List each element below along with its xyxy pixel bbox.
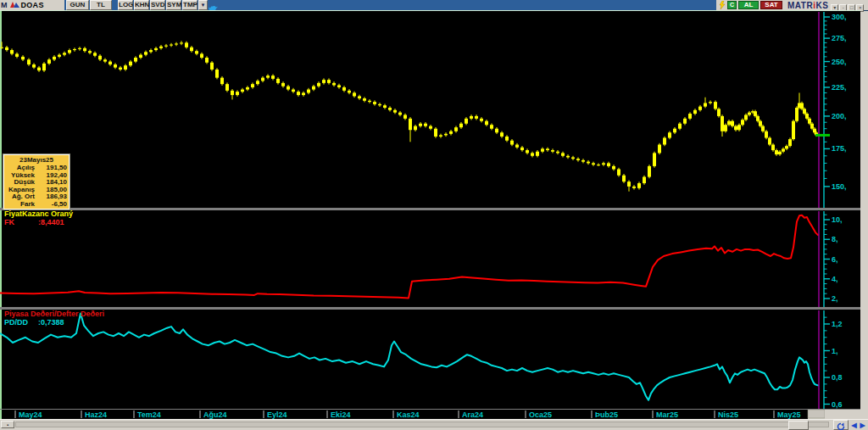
chart-canvas[interactable]: 300,275,250,225,200,175,150,10,8,6,4,2,1… [0, 10, 860, 419]
symbol-label[interactable]: DOAS [21, 1, 44, 10]
fk-panel-header: FiyatKazanc Oraný FK:8,4401 [4, 209, 73, 226]
menu-m-button[interactable]: M [0, 1, 8, 10]
y-axis-label: 275, [832, 34, 847, 42]
toolbar-toggle-sym[interactable]: SYM [166, 0, 181, 10]
y-axis-label: 0,6 [832, 400, 843, 409]
c-button[interactable]: C [727, 1, 737, 9]
pd-panel-title: Piyasa Deðeri/Defter Deðeri [4, 310, 104, 318]
y-axis-label: 2, [832, 294, 838, 303]
currency-button[interactable]: TL [90, 0, 112, 10]
horizontal-scrollbar: ▪ ◀ ▶ [0, 419, 868, 430]
scrollbar-left-button[interactable]: ▪ [1, 421, 14, 428]
info-box-rows: Açılış191,50Yüksek192,40Düşük184,10Kapan… [6, 165, 67, 208]
y-axis-label: 150, [832, 182, 847, 191]
refresh-button[interactable] [833, 420, 849, 430]
panel-separator[interactable] [0, 208, 860, 210]
y-axis-label: 10, [832, 215, 843, 224]
y-axis-label: 175, [832, 144, 847, 153]
pd-series-value: :0,7388 [38, 318, 64, 327]
x-axis-month-label: Tem24 [137, 410, 161, 419]
y-axis-label: 8, [832, 235, 838, 243]
info-box-date: 23Mayıs25 [6, 156, 67, 164]
y-axis-label: 0,8 [832, 373, 843, 382]
symbol-area: M DOAS [0, 0, 64, 10]
x-axis-month-label: Nis25 [718, 410, 738, 419]
toolbar-toggle-tmp[interactable]: TMP [182, 0, 198, 10]
x-axis-month-label: Ağu24 [203, 410, 227, 419]
x-axis-corner [825, 410, 860, 419]
x-axis-month-label: Haz24 [85, 410, 107, 419]
pd-series-label: PD/DD [4, 318, 38, 327]
chart-tools-dropdown[interactable]: ▼ [198, 0, 208, 10]
x-axis-month-label: Mar25 [656, 410, 678, 419]
sell-button[interactable]: SAT [760, 1, 782, 9]
y-axis-label: 300, [832, 13, 847, 21]
x-axis-month-label: Eyl24 [267, 410, 287, 419]
scrollbar-track[interactable] [15, 422, 829, 427]
x-axis-month-label: May25 [777, 410, 801, 419]
toolbar-toggle-log[interactable]: LOG [118, 0, 133, 10]
x-axis-month-label: Ara24 [462, 410, 483, 419]
fk-panel-title: FiyatKazanc Oraný [4, 209, 73, 218]
fk-series-value: :8,4401 [38, 218, 64, 226]
fk-series-label: FK [4, 218, 38, 226]
ohlc-info-box: 23Mayıs25 Açılış191,50Yüksek192,40Düşük1… [3, 154, 70, 209]
matriks-brand-logo: MATRiKS [787, 1, 828, 10]
pd-panel-header: Piyasa Deðeri/Defter Deðeri PD/DD:0,7388 [4, 310, 104, 327]
x-axis-month-label: May24 [19, 410, 42, 419]
x-axis-month-label: Kas24 [397, 410, 420, 419]
pan-right-button[interactable]: ▶ [858, 420, 867, 430]
panel-separator[interactable] [0, 307, 860, 310]
y-axis-label: 6, [832, 255, 838, 264]
y-axis-label: 250, [832, 58, 847, 66]
y-axis-label: 200, [832, 112, 847, 120]
info-row-value: -6,50 [35, 201, 67, 209]
period-button[interactable]: GUN [66, 0, 89, 10]
info-box-row: Fark-6,50 [6, 201, 67, 209]
toolbar-right-group: C AL SAT MATRiKS ▾-□× [716, 0, 868, 10]
buy-button[interactable]: AL [738, 1, 759, 9]
toolbar-toggle-khn[interactable]: KHN [134, 0, 149, 10]
info-row-label: Fark [6, 201, 35, 209]
y-axis-label: 1, [832, 347, 838, 355]
x-axis-month-label: Eki24 [331, 410, 351, 419]
x-axis-month-label: Þub25 [595, 410, 618, 419]
y-axis-label: 1,2 [832, 320, 843, 328]
matriks-chart-window: M DOAS GUN TL LOGKHNSVDSYMTMP ▼ C AL SAT… [0, 0, 868, 430]
x-scroll-stub[interactable] [808, 410, 825, 418]
toolbar-toggle-svd[interactable]: SVD [150, 0, 165, 10]
y-axis-label: 4, [832, 275, 838, 283]
x-axis-month-label: Oca25 [529, 410, 552, 419]
scrollbar-thumb[interactable] [788, 421, 809, 430]
y-axis-label: 225, [832, 83, 847, 92]
